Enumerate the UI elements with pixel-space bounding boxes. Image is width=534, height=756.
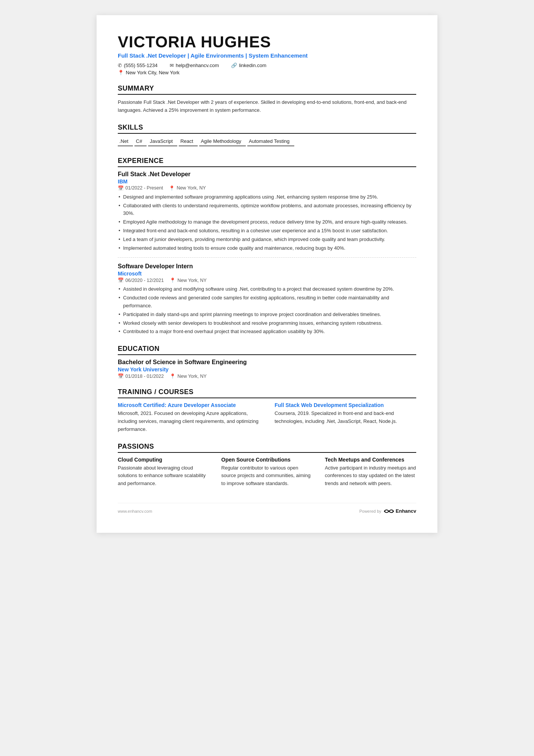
edu-location-value: New York, NY bbox=[177, 374, 206, 379]
edu-date: 📅 01/2018 - 01/2022 bbox=[118, 373, 164, 379]
email-contact: ✉ help@enhancv.com bbox=[170, 63, 219, 68]
passions-section: PASSIONS Cloud ComputingPassionate about… bbox=[118, 443, 416, 488]
header: VICTORIA HUGHES Full Stack .Net Develope… bbox=[118, 33, 416, 75]
exp-bullet: Collaborated with clients to understand … bbox=[118, 202, 416, 218]
candidate-title: Full Stack .Net Developer | Agile Enviro… bbox=[118, 52, 416, 59]
exp-location: 📍 New York, NY bbox=[170, 277, 206, 283]
linkedin-icon: 🔗 bbox=[231, 63, 237, 68]
training-entry: Microsoft Certified: Azure Developer Ass… bbox=[118, 402, 259, 433]
linkedin-value: linkedin.com bbox=[239, 63, 266, 68]
training-description: Coursera, 2019. Specialized in front-end… bbox=[275, 410, 416, 426]
email-icon: ✉ bbox=[170, 63, 174, 68]
skill-tag: Automated Testing bbox=[247, 138, 294, 146]
location-value: New York, NY bbox=[177, 278, 206, 283]
enhancv-brand-name: Enhancv bbox=[396, 508, 416, 514]
passion-title: Cloud Computing bbox=[118, 457, 209, 463]
location-icon: 📍 bbox=[118, 70, 124, 75]
location-icon: 📍 bbox=[169, 185, 175, 191]
exp-meta: 📅 01/2022 - Present 📍 New York, NY bbox=[118, 185, 416, 191]
date-value: 06/2020 - 12/2021 bbox=[125, 278, 164, 283]
enhancv-logo: Enhancv bbox=[384, 508, 416, 515]
passions-grid: Cloud ComputingPassionate about leveragi… bbox=[118, 457, 416, 488]
edu-degree: Bachelor of Science in Software Engineer… bbox=[118, 359, 416, 366]
exp-date: 📅 06/2020 - 12/2021 bbox=[118, 277, 164, 283]
location-icon: 📍 bbox=[170, 373, 176, 379]
phone-value: (555) 555-1234 bbox=[124, 63, 158, 68]
powered-by-label: Powered by bbox=[359, 509, 381, 513]
location-contact: 📍 New York City, New York bbox=[118, 70, 180, 75]
enhancv-icon bbox=[384, 508, 394, 515]
skill-tag: React bbox=[179, 138, 198, 146]
exp-bullet: Contributed to a major front-end overhau… bbox=[118, 328, 416, 336]
calendar-icon: 📅 bbox=[118, 373, 124, 379]
footer-powered: Powered by Enhancv bbox=[359, 508, 416, 515]
edu-meta: 📅 01/2018 - 01/2022 📍 New York, NY bbox=[118, 373, 416, 379]
exp-bullet: Worked closely with senior developers to… bbox=[118, 319, 416, 327]
company-name: Microsoft bbox=[118, 271, 416, 277]
passion-title: Open Source Contributions bbox=[221, 457, 312, 463]
skills-section: SKILLS .NetC#JavaScriptReactAgile Method… bbox=[118, 124, 416, 148]
contact-row: ✆ (555) 555-1234 ✉ help@enhancv.com 🔗 li… bbox=[118, 63, 416, 68]
exp-bullet: Designed and implemented software progra… bbox=[118, 193, 416, 201]
education-section: EDUCATION Bachelor of Science in Softwar… bbox=[118, 345, 416, 379]
summary-heading: SUMMARY bbox=[118, 85, 416, 95]
candidate-name: VICTORIA HUGHES bbox=[118, 33, 416, 51]
skill-tag: JavaScript bbox=[148, 138, 177, 146]
exp-bullet: Employed Agile methodology to manage the… bbox=[118, 218, 416, 226]
phone-icon: ✆ bbox=[118, 63, 122, 68]
exp-date: 📅 01/2022 - Present bbox=[118, 185, 163, 191]
passion-title: Tech Meetups and Conferences bbox=[325, 457, 416, 463]
exp-bullet: Led a team of junior developers, providi… bbox=[118, 236, 416, 244]
company-name: IBM bbox=[118, 178, 416, 185]
location-value: New York City, New York bbox=[126, 70, 180, 75]
training-entry: Full Stack Web Development Specializatio… bbox=[275, 402, 416, 433]
skill-tag: C# bbox=[134, 138, 147, 146]
exp-bullets: Assisted in developing and modifying sof… bbox=[118, 285, 416, 336]
training-description: Microsoft, 2021. Focused on developing A… bbox=[118, 410, 259, 433]
exp-bullets: Designed and implemented software progra… bbox=[118, 193, 416, 252]
exp-meta: 📅 06/2020 - 12/2021 📍 New York, NY bbox=[118, 277, 416, 283]
training-title: Full Stack Web Development Specializatio… bbox=[275, 402, 416, 408]
skill-tag: .Net bbox=[118, 138, 133, 146]
exp-bullet: Integrated front-end and back-end soluti… bbox=[118, 227, 416, 235]
skills-list: .NetC#JavaScriptReactAgile MethodologyAu… bbox=[118, 138, 416, 148]
passion-entry: Open Source ContributionsRegular contrib… bbox=[221, 457, 312, 488]
exp-separator bbox=[118, 257, 416, 258]
passion-description: Passionate about leveraging cloud soluti… bbox=[118, 464, 209, 488]
job-title: Full Stack .Net Developer bbox=[118, 171, 416, 178]
passions-heading: PASSIONS bbox=[118, 443, 416, 453]
exp-bullet: Conducted code reviews and generated cod… bbox=[118, 294, 416, 310]
exp-bullet: Assisted in developing and modifying sof… bbox=[118, 285, 416, 293]
experience-entries: Full Stack .Net DeveloperIBM 📅 01/2022 -… bbox=[118, 171, 416, 336]
training-heading: TRAINING / COURSES bbox=[118, 388, 416, 398]
edu-location: 📍 New York, NY bbox=[170, 373, 206, 379]
location-icon: 📍 bbox=[170, 277, 176, 283]
experience-entry: Full Stack .Net DeveloperIBM 📅 01/2022 -… bbox=[118, 171, 416, 252]
experience-section: EXPERIENCE Full Stack .Net DeveloperIBM … bbox=[118, 157, 416, 336]
location-value: New York, NY bbox=[176, 185, 206, 191]
edu-school: New York University bbox=[118, 366, 416, 373]
exp-bullet: Implemented automated testing tools to e… bbox=[118, 244, 416, 252]
experience-entry: Software Developer InternMicrosoft 📅 06/… bbox=[118, 263, 416, 336]
passion-description: Regular contributor to various open sour… bbox=[221, 464, 312, 488]
experience-heading: EXPERIENCE bbox=[118, 157, 416, 167]
job-title: Software Developer Intern bbox=[118, 263, 416, 270]
footer-website: www.enhancv.com bbox=[118, 509, 152, 513]
exp-bullet: Participated in daily stand-ups and spri… bbox=[118, 311, 416, 319]
footer: www.enhancv.com Powered by Enhancv bbox=[118, 503, 416, 515]
calendar-icon: 📅 bbox=[118, 185, 124, 191]
edu-date-value: 01/2018 - 01/2022 bbox=[125, 374, 164, 379]
skills-heading: SKILLS bbox=[118, 124, 416, 134]
training-title: Microsoft Certified: Azure Developer Ass… bbox=[118, 402, 259, 408]
summary-section: SUMMARY Passionate Full Stack .Net Devel… bbox=[118, 85, 416, 114]
resume-document: VICTORIA HUGHES Full Stack .Net Develope… bbox=[97, 15, 437, 533]
passion-entry: Tech Meetups and ConferencesActive parti… bbox=[325, 457, 416, 488]
exp-location: 📍 New York, NY bbox=[169, 185, 206, 191]
calendar-icon: 📅 bbox=[118, 277, 124, 283]
phone-contact: ✆ (555) 555-1234 bbox=[118, 63, 158, 68]
training-grid: Microsoft Certified: Azure Developer Ass… bbox=[118, 402, 416, 433]
skill-tag: Agile Methodology bbox=[199, 138, 246, 146]
email-value: help@enhancv.com bbox=[176, 63, 219, 68]
date-value: 01/2022 - Present bbox=[125, 185, 163, 191]
passion-description: Active participant in industry meetups a… bbox=[325, 464, 416, 488]
